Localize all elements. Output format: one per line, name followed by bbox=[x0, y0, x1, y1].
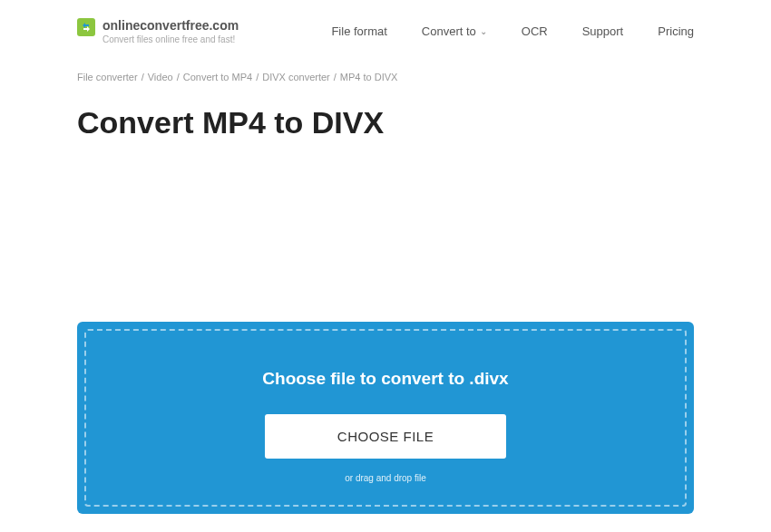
drag-hint: or drag and drop file bbox=[104, 473, 667, 483]
nav-convert-to-label: Convert to bbox=[422, 24, 476, 38]
breadcrumb-item[interactable]: DIVX converter bbox=[262, 72, 330, 82]
nav-file-format-label: File format bbox=[331, 24, 386, 38]
nav-support[interactable]: Support bbox=[582, 24, 624, 38]
breadcrumb-separator: / bbox=[256, 72, 259, 82]
header: onlineconvertfree.com Convert files onli… bbox=[77, 0, 694, 53]
nav-file-format[interactable]: File format bbox=[331, 24, 386, 38]
breadcrumb-item[interactable]: Video bbox=[148, 72, 173, 82]
nav-pricing-label: Pricing bbox=[658, 24, 694, 38]
logo-area[interactable]: onlineconvertfree.com Convert files onli… bbox=[77, 18, 239, 44]
page-title: Convert MP4 to DIVX bbox=[77, 105, 694, 140]
nav-support-label: Support bbox=[582, 24, 624, 38]
breadcrumb-separator: / bbox=[334, 72, 337, 82]
tagline: Convert files online free and fast! bbox=[102, 34, 239, 44]
nav-ocr[interactable]: OCR bbox=[522, 24, 548, 38]
logo-text: onlineconvertfree.com Convert files onli… bbox=[102, 18, 239, 44]
choose-file-button[interactable]: CHOOSE FILE bbox=[265, 414, 506, 459]
breadcrumb-item[interactable]: MP4 to DIVX bbox=[340, 72, 398, 82]
upload-dropzone[interactable]: Choose file to convert to .divx CHOOSE F… bbox=[84, 329, 687, 507]
chevron-down-icon: ⌄ bbox=[480, 26, 487, 36]
nav-pricing[interactable]: Pricing bbox=[658, 24, 694, 38]
breadcrumb: File converter / Video / Convert to MP4 … bbox=[77, 72, 694, 82]
breadcrumb-separator: / bbox=[142, 72, 144, 82]
nav-ocr-label: OCR bbox=[522, 24, 548, 38]
upload-title: Choose file to convert to .divx bbox=[104, 369, 667, 389]
breadcrumb-item[interactable]: File converter bbox=[77, 72, 138, 82]
upload-area[interactable]: Choose file to convert to .divx CHOOSE F… bbox=[77, 322, 694, 514]
site-name: onlineconvertfree.com bbox=[102, 18, 239, 33]
nav: File format Convert to ⌄ OCR Support Pri… bbox=[331, 24, 694, 38]
nav-convert-to[interactable]: Convert to ⌄ bbox=[422, 24, 487, 38]
breadcrumb-item[interactable]: Convert to MP4 bbox=[183, 72, 252, 82]
logo-icon bbox=[77, 18, 95, 36]
breadcrumb-separator: / bbox=[177, 72, 180, 82]
